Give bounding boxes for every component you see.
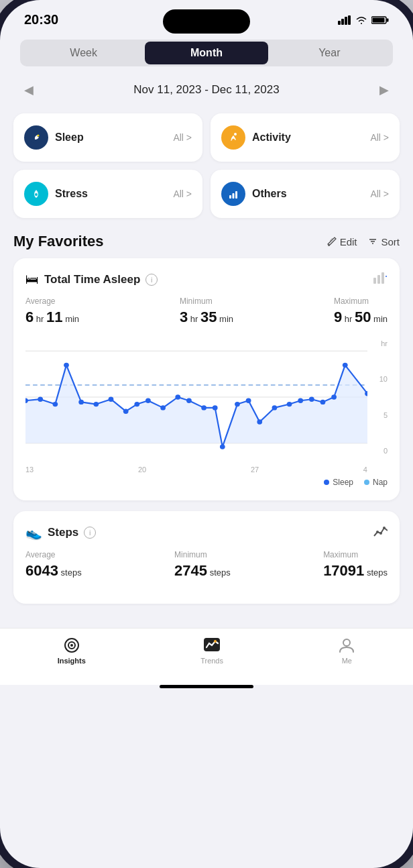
sleep-metric-title: Total Time Asleep <box>44 273 140 286</box>
edit-label: Edit <box>340 236 357 248</box>
edit-button[interactable]: Edit <box>327 236 357 248</box>
status-time: 20:30 <box>24 12 58 28</box>
sleep-chart-area <box>25 337 367 457</box>
category-grid: Sleep All > Activity All > <box>13 113 400 218</box>
sleep-all[interactable]: All > <box>173 132 192 143</box>
svg-rect-2 <box>345 17 347 25</box>
svg-rect-24 <box>386 276 387 277</box>
svg-point-35 <box>109 396 114 401</box>
svg-point-61 <box>70 644 73 647</box>
svg-rect-6 <box>373 17 385 22</box>
activity-label: Activity <box>252 131 291 144</box>
svg-point-52 <box>320 400 326 404</box>
nav-trends-label: Trends <box>200 657 223 665</box>
svg-point-31 <box>52 402 58 406</box>
segment-month[interactable]: Month <box>145 42 268 64</box>
svg-point-36 <box>123 409 129 413</box>
prev-arrow[interactable]: ◀ <box>20 78 38 101</box>
sleep-legend-sleep: Sleep <box>324 478 353 487</box>
wifi-icon <box>355 15 367 25</box>
nav-insights[interactable]: Insights <box>58 637 86 665</box>
svg-point-40 <box>175 394 180 399</box>
others-all[interactable]: All > <box>370 188 389 199</box>
stress-all[interactable]: All > <box>173 188 192 199</box>
edit-icon <box>327 236 337 247</box>
status-icons <box>338 15 389 25</box>
steps-min: Minimum 2745 steps <box>174 550 231 580</box>
others-icon <box>221 182 245 206</box>
stress-icon <box>24 182 48 206</box>
svg-point-37 <box>134 402 139 406</box>
svg-point-39 <box>160 405 166 410</box>
sleep-chart: hr 10 5 0 <box>25 337 388 457</box>
nav-insights-label: Insights <box>58 657 86 665</box>
svg-point-53 <box>331 394 337 399</box>
steps-metric-icon: 👟 <box>25 525 42 541</box>
trends-icon <box>202 637 221 654</box>
sort-icon <box>367 236 378 247</box>
nap-dot <box>364 480 369 485</box>
svg-rect-0 <box>338 21 341 25</box>
category-stress[interactable]: Stress All > <box>13 170 202 218</box>
category-sleep[interactable]: Sleep All > <box>13 113 202 162</box>
svg-point-30 <box>38 396 43 401</box>
segment-year[interactable]: Year <box>268 42 391 64</box>
steps-chart-toggle[interactable] <box>373 525 388 541</box>
svg-point-46 <box>246 398 251 403</box>
sleep-avg: Average 6 hr 11 min <box>25 296 79 326</box>
svg-point-49 <box>287 402 292 406</box>
sleep-legend-nap-label: Nap <box>373 478 388 487</box>
favorites-header: My Favorites Edit Sort <box>0 229 413 258</box>
activity-icon <box>221 125 245 150</box>
sleep-y-labels: hr 10 5 0 <box>379 337 388 457</box>
sleep-label: Sleep <box>55 131 84 144</box>
svg-point-50 <box>298 398 303 403</box>
sleep-chart-toggle[interactable] <box>373 272 388 287</box>
svg-rect-22 <box>377 275 380 284</box>
next-arrow[interactable]: ▶ <box>375 78 393 101</box>
svg-point-56 <box>376 531 379 533</box>
favorites-title: My Favorites <box>13 233 104 250</box>
svg-point-54 <box>343 363 348 368</box>
svg-point-44 <box>220 444 225 449</box>
favorites-actions: Edit Sort <box>327 236 400 248</box>
svg-point-10 <box>234 133 237 135</box>
segment-week[interactable]: Week <box>22 42 145 64</box>
sleep-stats-row: Average 6 hr 11 min Minimum 3 hr 35 min … <box>25 296 388 326</box>
battery-icon <box>371 15 389 25</box>
stress-label: Stress <box>55 188 88 200</box>
sleep-min: Minimum 3 hr 35 min <box>180 296 233 326</box>
svg-point-43 <box>213 405 218 410</box>
svg-rect-21 <box>373 278 376 284</box>
sleep-legend-nap: Nap <box>364 478 388 487</box>
segment-control: Week Month Year <box>20 40 393 66</box>
svg-rect-23 <box>381 272 384 284</box>
steps-info-icon[interactable]: i <box>84 527 96 539</box>
nav-trends[interactable]: Trends <box>200 637 223 665</box>
svg-point-34 <box>93 402 99 406</box>
nav-me[interactable]: Me <box>338 637 355 665</box>
sleep-metric-icon: 🛏 <box>25 272 39 287</box>
sleep-info-icon[interactable]: i <box>145 274 158 286</box>
svg-point-63 <box>214 640 217 643</box>
category-activity[interactable]: Activity All > <box>211 113 400 162</box>
svg-point-47 <box>257 419 262 424</box>
svg-point-9 <box>226 130 241 145</box>
me-icon <box>338 637 355 654</box>
svg-rect-5 <box>387 18 389 21</box>
steps-metric-card: 👟 Steps i Average <box>13 511 400 604</box>
svg-point-48 <box>272 405 278 410</box>
status-bar: 20:30 <box>0 0 413 34</box>
date-range: Nov 11, 2023 - Dec 11, 2023 <box>133 83 279 97</box>
others-label: Others <box>252 188 287 200</box>
sleep-icon <box>24 125 48 150</box>
svg-rect-16 <box>235 191 237 199</box>
activity-all[interactable]: All > <box>370 132 389 143</box>
svg-rect-15 <box>233 193 235 199</box>
category-others[interactable]: Others All > <box>211 170 400 218</box>
sort-button[interactable]: Sort <box>367 236 400 248</box>
svg-point-64 <box>343 639 350 646</box>
svg-point-58 <box>383 527 386 529</box>
dynamic-island <box>163 9 250 34</box>
svg-point-32 <box>64 363 69 368</box>
